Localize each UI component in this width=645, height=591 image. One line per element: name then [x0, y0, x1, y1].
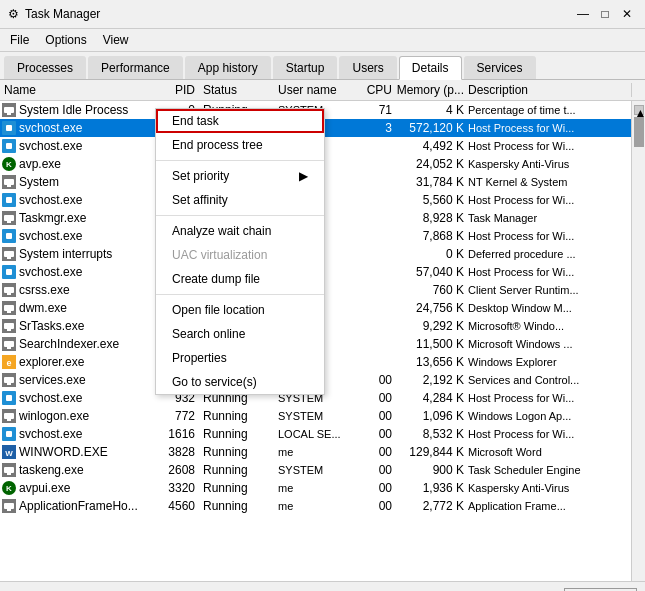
end-task-button[interactable]: End task: [564, 588, 637, 592]
svchost-icon: [2, 193, 16, 207]
menu-file[interactable]: File: [4, 31, 35, 49]
table-row[interactable]: taskeng.exe 2608 Running SYSTEM 00 900 K…: [0, 461, 631, 479]
proc-description: Microsoft® Windo...: [468, 320, 631, 332]
menu-bar: File Options View: [0, 29, 645, 52]
proc-cpu: 00: [358, 499, 396, 513]
proc-name-text: dwm.exe: [19, 301, 67, 315]
ctx-end-task[interactable]: End task: [156, 109, 324, 133]
proc-status: Running: [203, 445, 278, 459]
ctx-go-to-service[interactable]: Go to service(s): [156, 370, 324, 394]
table-row[interactable]: svchost.exe 1616 Running LOCAL SE... 00 …: [0, 425, 631, 443]
proc-memory: 5,560 K: [396, 193, 468, 207]
tab-services[interactable]: Services: [464, 56, 536, 79]
proc-name-cell: svchost.exe: [0, 391, 155, 405]
table-header: Name PID Status User name CPU Memory (p.…: [0, 80, 645, 101]
col-header-status[interactable]: Status: [203, 83, 278, 97]
sys-icon: [2, 103, 16, 117]
proc-description: Host Process for Wi...: [468, 194, 631, 206]
sys-icon: [2, 319, 16, 333]
proc-description: Client Server Runtim...: [468, 284, 631, 296]
col-header-cpu[interactable]: CPU: [358, 83, 396, 97]
ctx-set-priority[interactable]: Set priority▶: [156, 164, 324, 188]
minimize-button[interactable]: —: [573, 6, 593, 22]
proc-name-cell: System interrupts: [0, 247, 155, 261]
proc-description: Kaspersky Anti-Virus: [468, 482, 631, 494]
proc-name-text: taskeng.exe: [19, 463, 84, 477]
ctx-separator-2: [156, 215, 324, 216]
proc-status: Running: [203, 409, 278, 423]
close-button[interactable]: ✕: [617, 6, 637, 22]
proc-description: Task Manager: [468, 212, 631, 224]
ctx-properties[interactable]: Properties: [156, 346, 324, 370]
proc-name-text: avpui.exe: [19, 481, 70, 495]
tab-performance[interactable]: Performance: [88, 56, 183, 79]
proc-memory: 900 K: [396, 463, 468, 477]
sys-icon: [2, 211, 16, 225]
ctx-analyze-wait-chain[interactable]: Analyze wait chain: [156, 219, 324, 243]
svg-rect-56: [4, 503, 14, 509]
table-row[interactable]: winlogon.exe 772 Running SYSTEM 00 1,096…: [0, 407, 631, 425]
col-header-memory[interactable]: Memory (p...: [396, 83, 468, 97]
table-row[interactable]: K avpui.exe 3320 Running me 00 1,936 K K…: [0, 479, 631, 497]
proc-name-cell: System Idle Process: [0, 103, 155, 117]
table-row[interactable]: ApplicationFrameHo... 4560 Running me 00…: [0, 497, 631, 515]
svg-rect-42: [6, 395, 12, 401]
svg-rect-29: [7, 311, 11, 313]
scroll-up-arrow[interactable]: ▲: [634, 105, 644, 115]
proc-name-cell: taskeng.exe: [0, 463, 155, 477]
ctx-end-process-tree[interactable]: End process tree: [156, 133, 324, 157]
avp-icon: K: [2, 157, 16, 171]
title-bar-left: ⚙ Task Manager: [8, 7, 100, 21]
ctx-separator-1: [156, 160, 324, 161]
proc-status: Running: [203, 499, 278, 513]
svchost-icon: [2, 121, 16, 135]
svg-rect-4: [6, 125, 12, 131]
proc-memory: 31,784 K: [396, 175, 468, 189]
proc-description: Host Process for Wi...: [468, 230, 631, 242]
ctx-create-dump-file[interactable]: Create dump file: [156, 267, 324, 291]
proc-description: NT Kernel & System: [468, 176, 631, 188]
proc-description: Microsoft Word: [468, 446, 631, 458]
col-header-username[interactable]: User name: [278, 83, 358, 97]
app-window: ⚙ Task Manager — □ ✕ File Options View P…: [0, 0, 645, 591]
proc-cpu: 3: [358, 121, 396, 135]
svg-rect-44: [4, 413, 14, 419]
svg-rect-11: [7, 185, 11, 187]
proc-name-cell: svchost.exe: [0, 139, 155, 153]
sys-icon: [2, 373, 16, 387]
ctx-set-affinity[interactable]: Set affinity: [156, 188, 324, 212]
col-header-name[interactable]: Name: [0, 83, 155, 97]
table-row[interactable]: W WINWORD.EXE 3828 Running me 00 129,844…: [0, 443, 631, 461]
vertical-scrollbar[interactable]: ▲: [631, 101, 645, 581]
svg-text:K: K: [6, 160, 12, 169]
ctx-open-file-location[interactable]: Open file location: [156, 298, 324, 322]
tab-users[interactable]: Users: [339, 56, 396, 79]
svg-rect-18: [6, 233, 12, 239]
proc-memory: 572,120 K: [396, 121, 468, 135]
ctx-search-online[interactable]: Search online: [156, 322, 324, 346]
proc-name-text: WINWORD.EXE: [19, 445, 108, 459]
sys-icon: [2, 175, 16, 189]
menu-options[interactable]: Options: [39, 31, 92, 49]
tab-app-history[interactable]: App history: [185, 56, 271, 79]
proc-memory: 24,756 K: [396, 301, 468, 315]
proc-name-text: svchost.exe: [19, 229, 82, 243]
tab-startup[interactable]: Startup: [273, 56, 338, 79]
proc-memory: 4,284 K: [396, 391, 468, 405]
svg-rect-20: [4, 251, 14, 257]
col-header-pid[interactable]: PID: [155, 83, 203, 97]
proc-description: Services and Control...: [468, 374, 631, 386]
tab-processes[interactable]: Processes: [4, 56, 86, 79]
scroll-thumb[interactable]: [634, 117, 644, 147]
proc-name-text: Taskmgr.exe: [19, 211, 86, 225]
tab-details[interactable]: Details: [399, 56, 462, 80]
col-header-description[interactable]: Description: [468, 83, 631, 97]
proc-name-cell: dwm.exe: [0, 301, 155, 315]
proc-name-text: System Idle Process: [19, 103, 128, 117]
svg-text:e: e: [6, 358, 11, 368]
svg-rect-35: [7, 347, 11, 349]
title-bar-buttons: — □ ✕: [573, 6, 637, 22]
maximize-button[interactable]: □: [595, 6, 615, 22]
menu-view[interactable]: View: [97, 31, 135, 49]
svg-rect-2: [7, 113, 11, 115]
